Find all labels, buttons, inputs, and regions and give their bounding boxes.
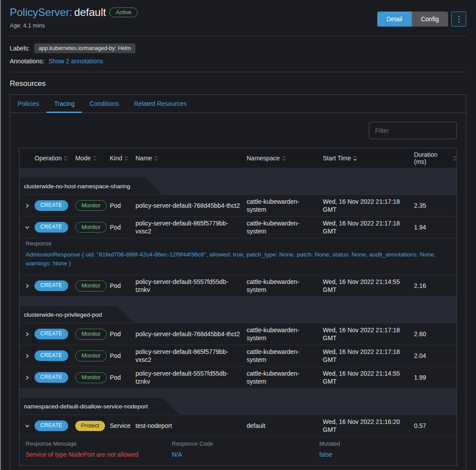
show-annotations-link[interactable]: Show 2 annotations (49, 58, 103, 65)
filter-row (19, 122, 457, 139)
row-expand-toggle[interactable] (19, 326, 35, 342)
row-expand-toggle[interactable] (19, 219, 35, 236)
tracing-tab-content: OperationModeKindNameNamespaceStart Time… (10, 113, 466, 470)
tab-policies[interactable]: Policies (10, 95, 46, 113)
column-header-duration-ms[interactable]: Duration (ms) (414, 151, 457, 165)
operation-cell: CREATE (35, 329, 75, 339)
detail-field-label: Response Message (26, 440, 172, 447)
mode-badge: Monitor (75, 200, 107, 211)
tracing-table: OperationModeKindNameNamespaceStart Time… (19, 148, 457, 466)
row-expand-toggle[interactable] (19, 347, 35, 364)
row-expand-toggle[interactable] (19, 197, 35, 214)
duration-cell: 2.16 (414, 282, 457, 290)
masthead-titles: PolicyServer: default Active Age: 4.1 mi… (10, 6, 138, 29)
start-time-cell: Wed, 16 Nov 2022 21:17:18 GMT (323, 348, 414, 364)
filter-input[interactable] (369, 122, 457, 139)
mode-cell: Monitor (75, 350, 110, 361)
duration-cell: 2.35 (414, 202, 457, 210)
tab-related-resources[interactable]: Related Resources (127, 95, 194, 113)
column-label: Namespace (247, 155, 280, 162)
namespace-cell: cattle-kubewarden-system (247, 348, 323, 364)
namespace-cell: cattle-kubewarden-system (247, 369, 323, 385)
response-label: Response (26, 240, 449, 247)
tab-tracing[interactable]: Tracing (46, 95, 82, 113)
policy-group-clusterwide-no-host-namespace-sharing: clusterwide-no-host-namespace-sharing (19, 168, 457, 195)
row-detail-response: ResponseAdmissionResponse { uid: "61fed7… (19, 238, 457, 275)
column-label: Start Time (323, 155, 351, 162)
divider (10, 36, 466, 36)
table-row: CREATEMonitorPodpolicy-server-default-86… (19, 345, 457, 367)
resource-type-label: PolicyServer: (10, 6, 72, 19)
detail-field-value: false (319, 451, 449, 458)
detail-button[interactable]: Detail (377, 12, 412, 27)
detail-field-response-code: Response CodeN/A (172, 440, 319, 458)
duration-cell: 2.04 (414, 352, 457, 360)
mode-cell: Monitor (75, 200, 110, 211)
row-expand-toggle[interactable] (19, 417, 35, 434)
duration-cell: 1.99 (414, 373, 457, 381)
tab-bar: PoliciesTracingConditionsRelated Resourc… (10, 95, 466, 113)
column-label: Mode (75, 155, 91, 162)
namespace-cell: cattle-kubewarden-system (247, 198, 323, 214)
tab-conditions[interactable]: Conditions (82, 95, 126, 113)
mode-badge: Protect (75, 421, 105, 431)
table-row: CREATEMonitorPodpolicy-server-default-86… (19, 217, 457, 238)
start-time-cell: Wed, 16 Nov 2022 21:17:18 GMT (323, 198, 414, 214)
policy-group-namespaced-default-disallow-service-nodeport: namespaced-default-disallow-service-node… (19, 388, 457, 415)
sort-icon (64, 156, 67, 161)
labels-row: Labels: app.kubernetes.io/managed-by: He… (10, 43, 466, 53)
namespace-cell: cattle-kubewarden-system (247, 219, 323, 235)
operation-badge: CREATE (35, 329, 68, 339)
operation-cell: CREATE (35, 200, 75, 211)
kind-cell: Pod (110, 282, 135, 290)
mode-cell: Monitor (75, 222, 110, 233)
sort-icon (353, 156, 357, 161)
operation-cell: CREATE (35, 222, 75, 233)
row-expand-toggle[interactable] (19, 277, 35, 294)
actions-menu-button[interactable] (451, 12, 466, 27)
namespace-cell: cattle-kubewarden-system (247, 326, 323, 342)
column-label: Name (135, 155, 152, 162)
duration-cell: 0.57 (414, 422, 457, 430)
config-button[interactable]: Config (412, 12, 448, 27)
column-label: Kind (110, 155, 122, 162)
table-body: clusterwide-no-host-namespace-sharingCRE… (19, 168, 457, 465)
column-header-name[interactable]: Name (135, 155, 247, 162)
detail-field-value: N/A (172, 451, 319, 458)
operation-badge: CREATE (35, 280, 68, 291)
duration-cell: 2.60 (414, 330, 457, 338)
table-row: CREATEProtectServicetest-nodeportdefault… (19, 415, 457, 437)
kind-cell: Pod (110, 373, 135, 381)
column-header-operation[interactable]: Operation (35, 155, 75, 162)
annotations-label: Annotations: (10, 58, 44, 65)
mode-cell: Monitor (75, 372, 110, 383)
table-row: CREATEMonitorPodpolicy-server-default-55… (19, 275, 457, 297)
column-header-namespace[interactable]: Namespace (247, 155, 323, 162)
labels-label: Labels: (10, 45, 30, 52)
column-header-mode[interactable]: Mode (75, 155, 110, 162)
operation-cell: CREATE (35, 372, 75, 383)
operation-badge: CREATE (35, 222, 68, 233)
kind-cell: Pod (110, 352, 135, 360)
column-label: Duration (ms) (414, 151, 451, 165)
sort-icon (453, 156, 457, 161)
kind-cell: Pod (110, 202, 135, 210)
row-expand-toggle[interactable] (19, 369, 35, 386)
name-cell: policy-server-default-768d45bb4-thct2 (135, 202, 247, 210)
column-header-kind[interactable]: Kind (110, 155, 135, 162)
annotations-row: Annotations: Show 2 annotations (10, 58, 466, 65)
start-time-cell: Wed, 16 Nov 2022 21:14:55 GMT (323, 369, 414, 385)
column-header-start-time[interactable]: Start Time (323, 155, 414, 162)
name-cell: policy-server-default-768d45bb4-thct2 (135, 330, 247, 338)
sort-icon (124, 156, 128, 161)
operation-badge: CREATE (35, 372, 68, 383)
kind-cell: Pod (110, 330, 135, 338)
mode-badge: Monitor (75, 329, 107, 340)
age-text: Age: 4.1 mins (10, 22, 138, 29)
column-label: Operation (35, 155, 62, 162)
masthead: PolicyServer: default Active Age: 4.1 mi… (10, 6, 466, 29)
policyserver-detail-page: PolicyServer: default Active Age: 4.1 mi… (0, 0, 476, 470)
detail-field-mutated: Mutatedfalse (319, 440, 449, 458)
mode-cell: Monitor (75, 329, 110, 340)
kind-cell: Pod (110, 223, 135, 231)
